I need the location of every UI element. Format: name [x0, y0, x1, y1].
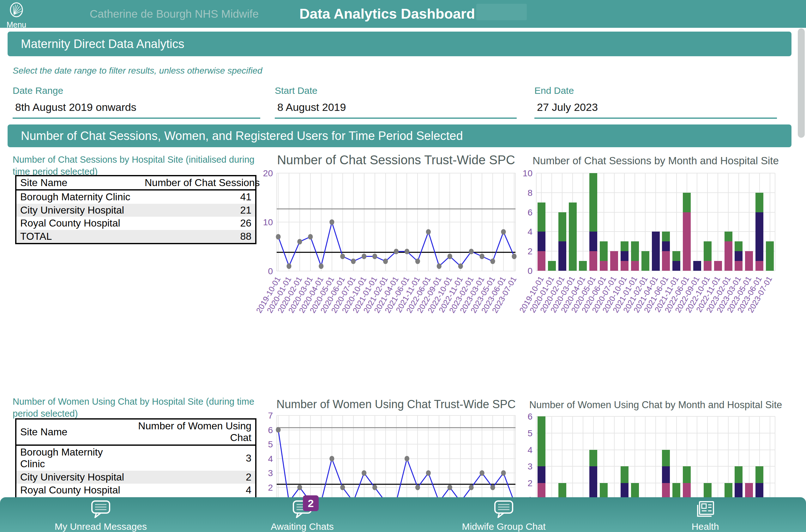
newspaper-icon [694, 500, 717, 519]
menu-button[interactable]: Menu [4, 2, 28, 30]
svg-text:7: 7 [268, 411, 273, 420]
table-row: City University Hospital21 [16, 204, 256, 217]
svg-text:6: 6 [527, 412, 533, 421]
chat-bubble-icon [492, 500, 515, 519]
chat-sessions-table: Site NameNumber of Chat SessionsBorough … [15, 175, 256, 244]
column-header: Number of Women Using Chat [131, 419, 256, 445]
start-date-field[interactable]: Start Date 8 August 2019 [275, 82, 517, 119]
svg-text:5: 5 [268, 439, 273, 449]
svg-text:Number of Chat Sessions Trust-: Number of Chat Sessions Trust-Wide SPC [277, 153, 515, 167]
women-table-caption: Number of Women Using Chat by Hospital S… [13, 396, 262, 420]
svg-text:Number of Women Using Chat Tru: Number of Women Using Chat Trust-Wide SP… [276, 398, 516, 411]
svg-text:6: 6 [527, 208, 533, 217]
svg-text:3: 3 [527, 461, 533, 471]
table-row: City University Hospital2 [16, 471, 256, 484]
svg-text:0: 0 [527, 266, 533, 276]
column-header: Site Name [16, 176, 141, 190]
nav-label: Awaiting Chats [202, 521, 403, 532]
svg-text:8: 8 [527, 188, 533, 198]
chat-bubble-icon: 2 [291, 500, 314, 519]
svg-text:10: 10 [523, 168, 533, 178]
svg-text:4: 4 [527, 445, 533, 455]
table-row: Royal County Hospital4 [16, 484, 256, 497]
svg-text:20: 20 [263, 168, 273, 178]
dashboard-page: Menu Catherine de Bourgh NHS Midwife Dat… [0, 0, 806, 532]
end-date-field[interactable]: End Date 27 July 2023 [534, 82, 777, 119]
date-range-label: Date Range [13, 85, 260, 96]
page-title: Data Analytics Dashboard [300, 0, 475, 28]
svg-text:4: 4 [527, 227, 533, 236]
nav-my-unread-messages[interactable]: My Unread Messages [0, 497, 202, 532]
section-header-maternity-label: Maternity Direct Data Analytics [7, 32, 791, 56]
nav-midwife-group-chat[interactable]: Midwife Group Chat [403, 497, 604, 532]
title-highlight-box [476, 4, 527, 20]
start-date-label: Start Date [275, 85, 517, 96]
table-row: TOTAL88 [16, 230, 256, 244]
svg-text:5: 5 [527, 429, 533, 438]
filter-hint-text: Select the date range to filter results,… [13, 66, 263, 76]
table-row: Borough Maternity Clinic41 [16, 190, 256, 204]
bottom-nav: My Unread Messages 2 Awaiting Chats [0, 497, 806, 532]
svg-text:0: 0 [268, 266, 273, 276]
awaiting-chats-badge: 2 [303, 495, 319, 511]
end-date-value: 27 July 2023 [534, 101, 777, 113]
svg-text:10: 10 [263, 217, 273, 227]
column-header: Number of Chat Sessions [141, 176, 256, 190]
svg-text:6: 6 [268, 425, 273, 435]
end-date-label: End Date [534, 85, 777, 96]
menu-label: Menu [4, 20, 28, 30]
chat-sessions-by-site-chart: Number of Chat Sessions by Month and Hos… [517, 150, 799, 340]
svg-text:2: 2 [268, 483, 273, 493]
table-row: Royal County Hospital26 [16, 217, 256, 230]
section-header-counts: Number of Chat Sessions, Women, and Regi… [7, 125, 791, 147]
nav-health[interactable]: Health [604, 497, 806, 532]
chat-bubble-icon [89, 500, 112, 519]
top-app-bar: Menu Catherine de Bourgh NHS Midwife Dat… [0, 0, 806, 28]
svg-text:Number of Women Using Chat by: Number of Women Using Chat by Month and … [529, 399, 782, 411]
date-range-value: 8th August 2019 onwards [13, 101, 260, 113]
chat-sessions-table-caption: Number of Chat Sessions by Hospital Site… [13, 154, 262, 177]
nav-label: Midwife Group Chat [403, 521, 604, 532]
section-header-counts-label: Number of Chat Sessions, Women, and Regi… [7, 125, 791, 147]
nav-label: My Unread Messages [0, 521, 202, 532]
chat-sessions-spc-chart: Number of Chat Sessions Trust-Wide SPC01… [256, 150, 520, 340]
svg-text:2: 2 [527, 246, 533, 256]
nav-label: Health [604, 521, 806, 532]
start-date-value: 8 August 2019 [275, 101, 517, 113]
nav-awaiting-chats[interactable]: 2 Awaiting Chats [202, 497, 403, 532]
org-name: Catherine de Bourgh NHS Midwife [90, 0, 259, 28]
svg-text:4: 4 [268, 454, 273, 464]
date-range-field[interactable]: Date Range 8th August 2019 onwards [13, 82, 260, 119]
svg-text:3: 3 [268, 468, 273, 478]
scrollbar-thumb[interactable] [798, 28, 805, 138]
svg-text:2: 2 [527, 478, 533, 488]
menu-logo-icon [8, 2, 25, 18]
table-row: Borough Maternity Clinic3 [16, 445, 256, 471]
section-header-maternity: Maternity Direct Data Analytics [7, 32, 791, 56]
svg-text:Number of Chat Sessions by Mon: Number of Chat Sessions by Month and Hos… [533, 155, 779, 167]
column-header: Site Name [16, 419, 131, 445]
